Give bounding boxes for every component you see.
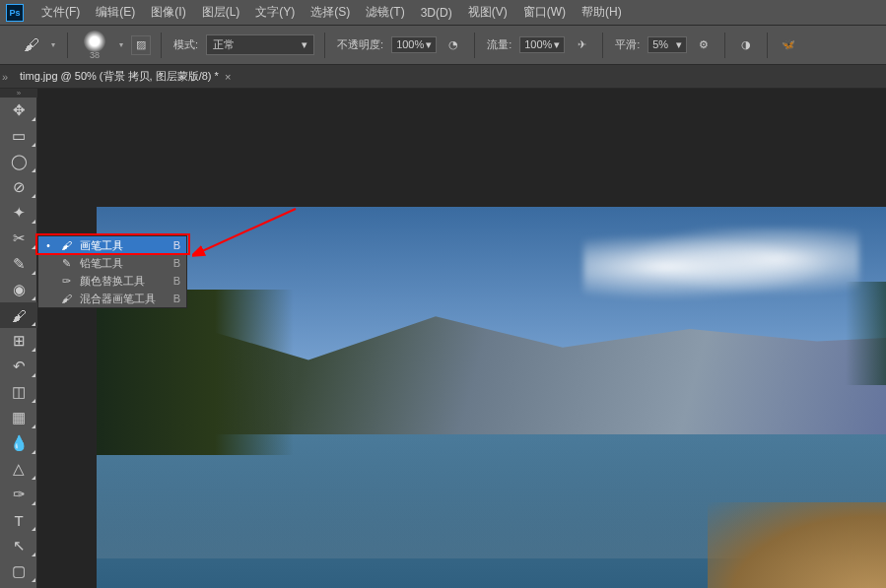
marquee-tool[interactable]: ▭ <box>0 123 37 149</box>
gradient-tool[interactable]: ▦ <box>0 405 37 430</box>
pressure-opacity-icon[interactable]: ◔ <box>443 34 464 56</box>
flow-value[interactable]: 100%▾ <box>519 36 565 53</box>
crop-tool[interactable]: ✂ <box>0 226 37 251</box>
toolbar-collapse-icon[interactable]: » <box>0 89 37 98</box>
tool-icon: ✎ <box>58 257 74 270</box>
brush-circle-icon <box>84 31 105 52</box>
tool-flyout-indicator-icon <box>32 296 35 300</box>
history-brush-tool[interactable]: ↶ <box>0 354 37 379</box>
brush-preview[interactable]: 38 <box>78 29 111 62</box>
tool-flyout-indicator-icon <box>32 143 35 147</box>
tool-icon: 🖌 <box>58 239 74 251</box>
menu-filter[interactable]: 滤镜(T) <box>358 4 412 21</box>
flyout-shortcut: B <box>166 257 180 269</box>
divider <box>474 33 475 58</box>
current-tool-icon: 🖌 <box>20 36 43 54</box>
blur-tool[interactable]: 💧 <box>0 430 37 456</box>
menu-file[interactable]: 文件(F) <box>34 4 88 21</box>
eyedropper-tool[interactable]: ✎ <box>0 251 37 277</box>
close-tab-icon[interactable]: × <box>225 71 231 83</box>
tool-flyout-indicator-icon <box>32 271 35 275</box>
dodge-tool[interactable]: △ <box>0 456 37 482</box>
pressure-size-icon[interactable]: ◑ <box>735 34 757 56</box>
path-select-tool[interactable]: ↖ <box>0 533 37 558</box>
divider <box>161 33 162 58</box>
selected-dot-icon: • <box>44 240 52 251</box>
tool-flyout-indicator-icon <box>32 322 35 326</box>
toolbar: ✥▭◯⊘✦✂✎◉🖌⊞↶◫▦💧△✑T↖▢✋🔍⋯ <box>0 98 37 588</box>
tool-icon: ✑ <box>58 275 74 288</box>
magic-wand-tool[interactable]: ✦ <box>0 200 37 226</box>
menu-3d[interactable]: 3D(D) <box>413 6 460 20</box>
document-tab[interactable]: timg.jpg @ 50% (背景 拷贝, 图层蒙版/8) * × <box>10 65 240 88</box>
eraser-tool[interactable]: ◫ <box>0 379 37 405</box>
clone-stamp-tool[interactable]: ⊞ <box>0 328 37 354</box>
flyout-shortcut: B <box>166 293 180 304</box>
divider <box>67 33 68 58</box>
tool-flyout-indicator-icon <box>32 245 35 249</box>
mode-select[interactable]: 正常▾ <box>206 34 314 55</box>
expand-panels-icon[interactable]: » <box>0 65 10 88</box>
lasso-tool[interactable]: ◯ <box>0 149 37 174</box>
flyout-item[interactable]: •🖌画笔工具B <box>38 236 186 254</box>
tool-flyout-indicator-icon <box>32 194 35 198</box>
flyout-item[interactable]: ✑颜色替换工具B <box>38 272 186 290</box>
flyout-label: 铅笔工具 <box>80 256 160 271</box>
menu-help[interactable]: 帮助(H) <box>574 4 630 21</box>
tool-flyout-indicator-icon <box>32 553 35 556</box>
tabbar: » timg.jpg @ 50% (背景 拷贝, 图层蒙版/8) * × <box>0 65 886 89</box>
pen-tool[interactable]: ✑ <box>0 482 37 507</box>
tool-preset-chevron[interactable]: ▾ <box>49 40 57 49</box>
shape-tool[interactable]: ▢ <box>0 558 37 584</box>
canvas[interactable] <box>37 89 886 588</box>
brush-size-label: 38 <box>90 50 100 60</box>
divider <box>602 33 603 58</box>
flyout-shortcut: B <box>166 239 180 251</box>
tool-flyout-indicator-icon <box>32 450 35 454</box>
healing-brush-tool[interactable]: ◉ <box>0 277 37 302</box>
menu-type[interactable]: 文字(Y) <box>247 4 303 21</box>
tool-flyout-indicator-icon <box>32 527 35 531</box>
tool-flyout-indicator-icon <box>32 425 35 428</box>
flyout-label: 画笔工具 <box>80 238 160 253</box>
flyout-label: 颜色替换工具 <box>80 274 160 289</box>
menu-layer[interactable]: 图层(L) <box>194 4 248 21</box>
brush-tool[interactable]: 🖌 <box>0 302 37 328</box>
opacity-label: 不透明度: <box>335 37 385 52</box>
type-tool[interactable]: T <box>0 507 37 533</box>
hand-tool[interactable]: ✋ <box>0 584 37 588</box>
tool-flyout-indicator-icon <box>32 399 35 403</box>
symmetry-icon[interactable]: 🦋 <box>778 34 799 56</box>
smoothing-label: 平滑: <box>613 37 642 52</box>
tab-title: timg.jpg @ 50% (背景 拷贝, 图层蒙版/8) * <box>20 69 219 84</box>
tool-flyout-indicator-icon <box>32 348 35 352</box>
tool-flyout-indicator-icon <box>32 578 35 582</box>
divider <box>724 33 725 58</box>
menu-view[interactable]: 视图(V) <box>460 4 515 21</box>
tool-icon: 🖌 <box>58 293 74 304</box>
airbrush-icon[interactable]: ✈ <box>571 34 592 56</box>
quick-select-tool[interactable]: ⊘ <box>0 174 37 200</box>
tool-flyout-indicator-icon <box>32 476 35 480</box>
menu-select[interactable]: 选择(S) <box>303 4 358 21</box>
document-image <box>97 207 886 588</box>
app-logo: Ps <box>6 4 24 22</box>
smoothing-value[interactable]: 5%▾ <box>647 36 687 53</box>
tool-flyout-indicator-icon <box>32 117 35 121</box>
workspace: » ✥▭◯⊘✦✂✎◉🖌⊞↶◫▦💧△✑T↖▢✋🔍⋯ <box>0 89 886 588</box>
smoothing-gear-icon[interactable]: ⚙ <box>693 34 715 56</box>
brush-panel-icon[interactable]: ▨ <box>131 35 151 55</box>
flyout-label: 混合器画笔工具 <box>80 292 160 306</box>
menu-window[interactable]: 窗口(W) <box>515 4 574 21</box>
menu-edit[interactable]: 编辑(E) <box>88 4 143 21</box>
brush-tool-flyout: •🖌画笔工具B✎铅笔工具B✑颜色替换工具B🖌混合器画笔工具B <box>37 235 187 308</box>
move-tool[interactable]: ✥ <box>0 98 37 123</box>
flow-label: 流量: <box>485 37 513 52</box>
opacity-value[interactable]: 100%▾ <box>391 36 437 53</box>
flyout-shortcut: B <box>166 275 180 287</box>
flyout-item[interactable]: ✎铅笔工具B <box>38 254 186 272</box>
menubar: Ps 文件(F) 编辑(E) 图像(I) 图层(L) 文字(Y) 选择(S) 滤… <box>0 0 886 26</box>
flyout-item[interactable]: 🖌混合器画笔工具B <box>38 290 186 307</box>
menu-image[interactable]: 图像(I) <box>143 4 193 21</box>
brush-picker-chevron[interactable]: ▾ <box>117 40 125 49</box>
